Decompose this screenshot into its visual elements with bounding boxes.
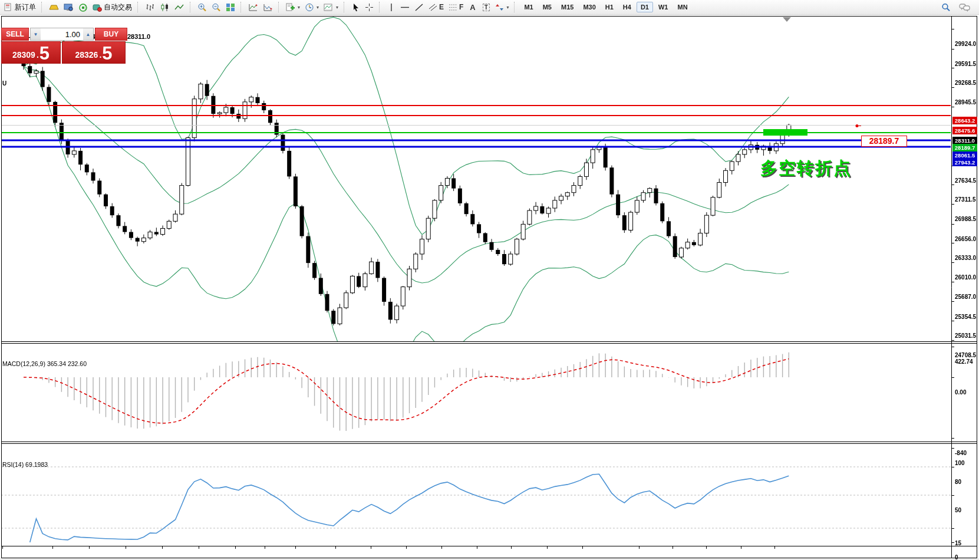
zoom-out-icon: [212, 3, 221, 12]
candlestick-chart-button[interactable]: [157, 1, 172, 14]
chat-button[interactable]: [957, 1, 973, 14]
signal-icon: [78, 3, 88, 12]
channel-icon: [428, 3, 437, 12]
toolbar-grip: [41, 2, 44, 12]
chat-icon: [959, 3, 970, 12]
gold-ingot-icon: [49, 3, 59, 11]
timeframe-group: M1M5M15M30H1H4D1W1MN: [519, 2, 692, 12]
template-icon: [324, 3, 334, 12]
toolbar-grip: [514, 2, 516, 12]
buy-price-dot: .: [99, 50, 101, 60]
timeframe-w1[interactable]: W1: [654, 2, 673, 12]
text-tool-button[interactable]: A: [466, 1, 479, 14]
arrows-icon: [495, 3, 504, 12]
vertical-line-icon: [388, 3, 395, 12]
toolbar-right-icons: [939, 1, 977, 14]
zoom-in-button[interactable]: [195, 1, 209, 14]
indicator-window-1-button[interactable]: [246, 1, 261, 14]
sell-price-display[interactable]: 28309 . 5: [1, 41, 61, 64]
timeframe-mn[interactable]: MN: [673, 2, 691, 12]
add-indicator-button[interactable]: ▾: [284, 1, 302, 14]
crosshair-icon: [365, 3, 374, 12]
chart-canvas[interactable]: [0, 0, 979, 560]
timeframe-m5[interactable]: M5: [539, 2, 556, 12]
zoom-out-button[interactable]: [209, 1, 223, 14]
terminal-button[interactable]: [61, 1, 76, 14]
timeframe-h4[interactable]: H4: [619, 2, 635, 12]
toolbar-grip: [240, 2, 243, 12]
fibonacci-tool-button[interactable]: F: [446, 1, 466, 14]
sell-price-int: 28309: [12, 50, 35, 60]
timeframe-d1[interactable]: D1: [637, 2, 653, 12]
clock-icon: [305, 3, 314, 12]
crosshair-tool-button[interactable]: [362, 1, 376, 14]
horizontal-line-tool-button[interactable]: [398, 1, 412, 14]
annotation-text-cn[interactable]: 多空转折点: [760, 159, 852, 177]
buy-price-display[interactable]: 28326 . 5: [62, 41, 126, 64]
toolbar-grip: [137, 2, 140, 12]
channel-letter: E: [439, 3, 444, 11]
tile-windows-button[interactable]: [223, 1, 238, 14]
volume-input[interactable]: [41, 28, 83, 40]
indicator-window-2-button[interactable]: [261, 1, 275, 14]
arrows-tool-button[interactable]: ▾: [493, 1, 511, 14]
trendline-icon: [414, 3, 424, 12]
timeframe-m30[interactable]: M30: [579, 2, 599, 12]
fibonacci-letter: F: [459, 3, 463, 11]
line-chart-button[interactable]: [172, 1, 187, 14]
toolbar-grip: [379, 2, 381, 12]
new-order-button[interactable]: 新订单: [2, 1, 38, 14]
fibonacci-icon: [449, 3, 457, 12]
sell-price-frac: 5: [39, 45, 50, 62]
terminal-icon: [64, 3, 74, 12]
new-order-label: 新订单: [15, 2, 36, 12]
chevron-down-icon: ▾: [298, 5, 300, 10]
indicator-window-1-icon: [248, 3, 258, 12]
toolbar-grip: [190, 2, 192, 12]
price-callout-label[interactable]: 28189.7: [861, 136, 907, 147]
gold-ingot-button[interactable]: [47, 1, 61, 14]
volume-increase-button[interactable]: ▲: [83, 28, 93, 40]
auto-trading-label: 自动交易: [104, 2, 132, 12]
horizontal-line-icon: [400, 3, 410, 12]
label-tool-button[interactable]: T: [479, 1, 493, 14]
text-tool-letter: A: [470, 3, 475, 12]
zoom-in-icon: [197, 3, 207, 12]
chevron-down-icon: ▾: [336, 5, 338, 10]
timeframe-m1[interactable]: M1: [520, 2, 537, 12]
cursor-tool-button[interactable]: [349, 1, 362, 14]
buy-button[interactable]: BUY: [95, 28, 127, 41]
toolbar: 新订单 自动交易 ▾ ▾: [0, 0, 979, 15]
toolbar-grip: [278, 2, 281, 12]
tile-windows-icon: [226, 3, 235, 12]
volume-stepper: ▼ ▲: [30, 28, 94, 41]
template-button[interactable]: ▾: [321, 1, 341, 14]
chevron-down-icon: ▾: [317, 5, 319, 10]
auto-trading-icon: [93, 3, 102, 12]
sell-button[interactable]: SELL: [1, 28, 29, 41]
toolbar-grip: [344, 2, 346, 12]
label-tool-letter: T: [483, 4, 490, 11]
period-selector-button[interactable]: ▾: [302, 1, 321, 14]
channel-tool-button[interactable]: E: [426, 1, 446, 14]
chevron-down-icon: ▾: [506, 5, 509, 10]
search-icon: [941, 3, 951, 12]
search-button[interactable]: [939, 1, 953, 14]
auto-trading-button[interactable]: 自动交易: [90, 1, 134, 14]
buy-price-int: 28326: [75, 50, 98, 60]
cursor-icon: [352, 3, 360, 12]
signal-button[interactable]: [76, 1, 90, 14]
add-indicator-icon: [286, 3, 295, 12]
vertical-line-tool-button[interactable]: [384, 1, 398, 14]
one-click-trade-panel: SELL ▼ ▲ BUY 28309 . 5 28326 . 5: [1, 28, 127, 64]
candlestick-chart-icon: [160, 3, 170, 12]
bar-chart-icon: [145, 3, 155, 12]
line-chart-icon: [174, 3, 184, 12]
timeframe-h1[interactable]: H1: [601, 2, 618, 12]
bar-chart-button[interactable]: [143, 1, 157, 14]
trendline-tool-button[interactable]: [412, 1, 426, 14]
indicator-window-2-icon: [263, 3, 273, 12]
volume-decrease-button[interactable]: ▼: [31, 28, 41, 40]
buy-price-frac: 5: [102, 45, 112, 62]
timeframe-m15[interactable]: M15: [557, 2, 578, 12]
